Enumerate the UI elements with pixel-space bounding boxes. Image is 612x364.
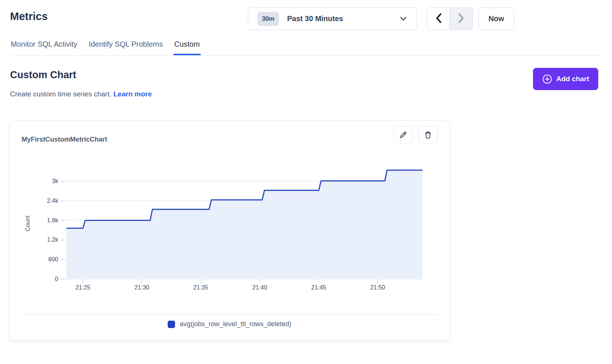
x-axis-tick-label: 21:40 xyxy=(252,284,267,291)
section-description-text: Create custom time series chart. xyxy=(10,90,111,98)
chart-title: MyFirstCustomMetricChart xyxy=(22,136,107,143)
section-heading: Custom Chart xyxy=(10,69,76,81)
tab-identify-sql-problems[interactable]: Identify SQL Problems xyxy=(88,38,163,55)
time-step-button-group xyxy=(427,7,473,30)
previous-time-button[interactable] xyxy=(427,8,450,30)
x-axis-tick-label: 21:45 xyxy=(311,284,326,291)
add-chart-button[interactable]: Add chart xyxy=(533,68,598,90)
custom-chart-card: MyFirstCustomMetricChart Count avg(jobs_… xyxy=(10,120,450,341)
add-chart-label: Add chart xyxy=(556,75,589,83)
x-axis-tick-label: 21:50 xyxy=(370,284,385,291)
plus-circle-icon xyxy=(542,74,552,84)
section-description: Create custom time series chart. Learn m… xyxy=(10,90,152,98)
delete-chart-button[interactable] xyxy=(418,126,438,144)
next-time-button[interactable] xyxy=(450,8,473,30)
legend-label: avg(jobs_row_level_ttl_rows_deleted) xyxy=(180,320,291,328)
trash-icon xyxy=(424,130,432,139)
chart-legend: avg(jobs_row_level_ttl_rows_deleted) xyxy=(10,320,449,328)
legend-divider xyxy=(22,314,438,315)
chevron-right-icon xyxy=(458,13,464,24)
pencil-icon xyxy=(399,130,408,139)
y-axis-tick-label: 1.2k xyxy=(10,236,58,244)
metrics-tabs: Monitor SQL ActivityIdentify SQL Problem… xyxy=(10,38,602,56)
time-preset-badge: 30m xyxy=(257,12,279,26)
y-axis-tick-label: 3k xyxy=(10,178,58,185)
y-axis-tick-label: 2.4k xyxy=(10,197,58,205)
chevron-left-icon xyxy=(435,13,442,24)
time-series-plot xyxy=(61,161,422,287)
time-range-dropdown[interactable]: 30m Past 30 Minutes xyxy=(248,7,417,30)
tab-custom[interactable]: Custom xyxy=(174,38,201,55)
edit-chart-button[interactable] xyxy=(394,126,413,144)
tab-monitor-sql-activity[interactable]: Monitor SQL Activity xyxy=(10,38,78,55)
time-range-label: Past 30 Minutes xyxy=(287,14,343,23)
learn-more-link[interactable]: Learn more xyxy=(113,90,152,98)
x-axis-tick-label: 21:35 xyxy=(193,284,208,291)
x-axis-tick-label: 21:25 xyxy=(75,284,90,291)
y-axis-tick-label: 600 xyxy=(10,256,58,263)
y-axis-tick-label: 1.8k xyxy=(10,217,58,224)
legend-item[interactable]: avg(jobs_row_level_ttl_rows_deleted) xyxy=(168,320,291,328)
x-axis-tick-label: 21:30 xyxy=(134,284,149,291)
page-title: Metrics xyxy=(10,10,48,23)
now-button[interactable]: Now xyxy=(478,7,514,30)
y-axis-tick-label: 0 xyxy=(10,275,58,283)
chevron-down-icon xyxy=(400,16,407,21)
legend-swatch xyxy=(168,321,175,328)
